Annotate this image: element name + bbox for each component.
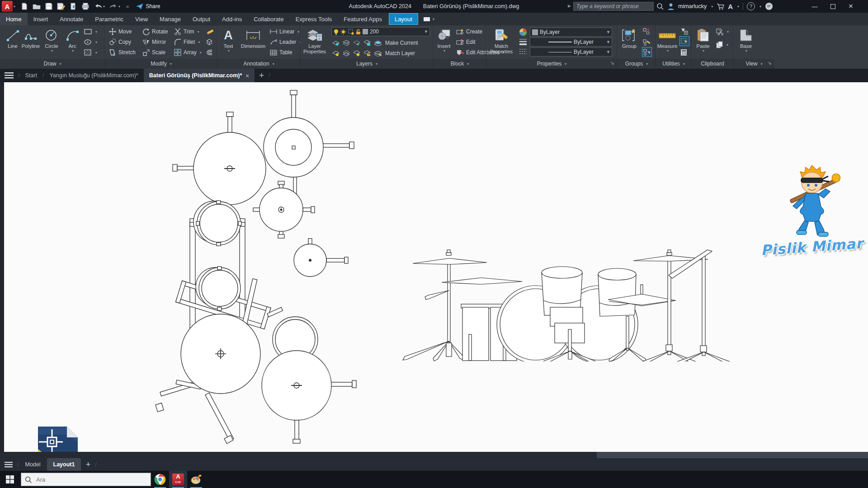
autodesk-app-icon[interactable]: A [728, 3, 733, 10]
lineweight-select[interactable]: ByLayer ▼ [530, 38, 612, 47]
linetype-icon[interactable] [519, 48, 527, 55]
undo-button[interactable]: ▾ [94, 3, 105, 9]
copy-button[interactable]: Copy [109, 37, 131, 47]
windows-start-button[interactable] [0, 471, 20, 488]
block-edit-button[interactable]: Edit [456, 37, 476, 47]
panel-label-properties[interactable]: Properties▾⇘ [486, 59, 617, 69]
restore-button[interactable] [824, 0, 842, 13]
ribbon-tab-addins[interactable]: Add-ins [216, 13, 248, 25]
autodesk-app-caret-icon[interactable]: ▾ [737, 5, 739, 9]
redo-caret-icon[interactable]: ▾ [118, 5, 120, 9]
taskbar-paint-icon[interactable] [187, 471, 205, 488]
layer-select[interactable]: 200 ▼ [331, 27, 430, 36]
group-selection-toggle[interactable] [642, 47, 651, 56]
explode-button[interactable] [206, 37, 213, 47]
ribbon-tab-output[interactable]: Output [187, 13, 216, 25]
layer-freeze-icon[interactable] [353, 40, 360, 46]
feedback-icon[interactable] [765, 2, 773, 10]
ungroup-button[interactable] [643, 26, 650, 36]
share-button[interactable]: Share [136, 3, 160, 10]
copy-clip-button[interactable]: ▾ [716, 40, 728, 50]
save-icon[interactable] [45, 3, 52, 10]
layer-off-icon[interactable] [332, 40, 340, 46]
ribbon-display-toggle[interactable]: ▾ [424, 13, 434, 25]
dimension-button[interactable]: Dimension [239, 26, 267, 58]
new-file-icon[interactable] [21, 3, 28, 10]
help-caret-icon[interactable]: ▾ [760, 5, 761, 9]
user-avatar-icon[interactable] [667, 3, 675, 10]
layer-color-swatch[interactable] [363, 29, 368, 34]
app-menu-caret-icon[interactable]: ▾ [14, 5, 15, 9]
polyline-button[interactable]: Polyline [19, 26, 42, 58]
ribbon-tab-manage[interactable]: Manage [154, 13, 187, 25]
taskbar-search-box[interactable] [21, 473, 151, 486]
table-button[interactable]: Table [270, 47, 292, 57]
layer-on-row-icon[interactable] [332, 50, 340, 56]
rotate-button[interactable]: Rotate [142, 27, 168, 37]
erase-button[interactable] [206, 27, 214, 37]
search-expand-icon[interactable]: ▶ [568, 4, 571, 8]
save-as-icon[interactable] [57, 3, 65, 10]
linetype-select[interactable]: ByLayer ▼ [530, 47, 612, 56]
paste-button[interactable]: Paste ▾ [693, 26, 713, 58]
arc-caret-icon[interactable]: ▾ [72, 49, 74, 53]
panel-label-utilities[interactable]: Utilities▾ [656, 59, 691, 69]
block-create-button[interactable]: Create [456, 27, 482, 37]
ribbon-tab-annotate[interactable]: Annotate [54, 13, 89, 25]
ribbon-tab-express-tools[interactable]: Express Tools [290, 13, 338, 25]
leader-button[interactable]: Leader▾ [270, 37, 301, 47]
ribbon-tab-view[interactable]: View [129, 13, 154, 25]
layout1-tab[interactable]: Layout1 [47, 458, 81, 471]
taskbar-chrome-icon[interactable] [151, 471, 169, 488]
cart-icon[interactable] [717, 3, 724, 10]
file-tab-yangin[interactable]: Yangın Musluğu (PislikMimar.com)* [44, 69, 143, 82]
circle-caret-icon[interactable]: ▾ [51, 49, 53, 53]
panel-label-modify[interactable]: Modify▾ [105, 59, 217, 69]
scale-button[interactable]: Scale [142, 47, 165, 57]
rectangle-tool-button[interactable]: ▾ [84, 27, 97, 37]
open-file-icon[interactable] [33, 3, 41, 10]
tab-close-icon[interactable]: × [245, 72, 249, 79]
help-icon[interactable]: ? [747, 2, 755, 10]
insert-caret-icon[interactable]: ▾ [443, 49, 445, 53]
text-button[interactable]: A Text ▾ [218, 26, 238, 58]
print-icon[interactable] [81, 3, 90, 10]
ribbon-tab-insert[interactable]: Insert [28, 13, 54, 25]
ribbon-tab-layout[interactable]: Layout [389, 13, 418, 25]
file-tab-start[interactable]: Start [19, 69, 42, 82]
layer-unisolate-icon[interactable] [343, 50, 350, 56]
layer-unlock-row-icon[interactable] [363, 50, 371, 56]
redo-button[interactable]: ▾ [109, 3, 120, 9]
username[interactable]: mimarlucky [678, 3, 707, 9]
autocad-app-menu-icon[interactable]: A [2, 1, 13, 12]
layer-select-caret-icon[interactable]: ▼ [424, 29, 428, 34]
base-caret-icon[interactable]: ▾ [745, 49, 747, 53]
paste-caret-icon[interactable]: ▾ [703, 49, 704, 53]
mirror-button[interactable]: Mirror [142, 37, 166, 47]
qat-customize-icon[interactable]: ≂ [126, 4, 129, 9]
view-launcher-icon[interactable]: ⇘ [768, 61, 772, 66]
hatch-tool-button[interactable]: ▾ [84, 47, 97, 57]
match-properties-button[interactable]: Match Properties [487, 26, 515, 58]
layer-unlock-icon[interactable] [356, 29, 361, 35]
layer-thaw-icon[interactable] [353, 50, 360, 56]
horizontal-scrollbar-track[interactable] [0, 452, 597, 458]
circle-button[interactable]: Circle ▾ [40, 26, 63, 58]
layer-sun-icon[interactable] [340, 29, 346, 35]
file-tabs-menu-button[interactable] [0, 69, 18, 82]
trim-button[interactable]: Trim▾ [174, 27, 199, 37]
panel-label-clipboard[interactable]: Clipboard [692, 59, 733, 69]
ribbon-tab-parametric[interactable]: Parametric [89, 13, 129, 25]
layer-on-bulb-icon[interactable] [334, 29, 339, 35]
base-button[interactable]: Base ▾ [736, 26, 756, 58]
text-caret-icon[interactable]: ▾ [228, 49, 230, 53]
user-menu-caret-icon[interactable]: ▾ [711, 5, 713, 9]
minimize-button[interactable]: — [806, 0, 824, 13]
taskbar-search-input[interactable] [35, 476, 137, 483]
offset-button[interactable] [206, 47, 213, 57]
move-button[interactable]: Move [109, 27, 132, 37]
ellipse-tool-button[interactable]: ▾ [84, 37, 97, 47]
new-layout-button[interactable]: + [81, 458, 95, 471]
make-current-label[interactable]: Make Current [385, 40, 418, 46]
quick-select-button[interactable] [680, 26, 688, 36]
